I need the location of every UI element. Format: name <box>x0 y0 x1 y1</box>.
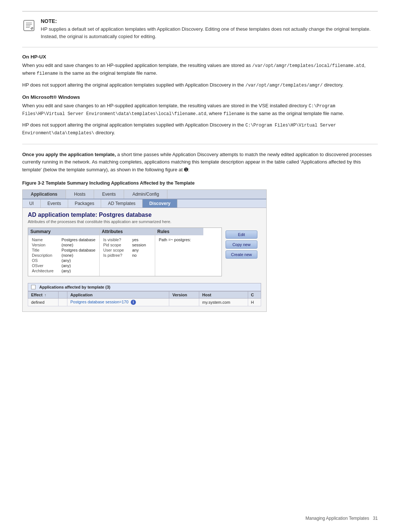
summary-attributes-rules: Summary Name Postgres database Version (… <box>28 228 222 276</box>
summary-label-osver: OSver <box>32 263 61 268</box>
summary-value-version: (none) <box>61 243 73 247</box>
affected-header: Applications affected by template (3) <box>28 283 261 291</box>
hpux-path2: /var/opt/amgr/templates/amgr/ <box>245 83 323 88</box>
windows-path1: C:\Program Files\HP\Virtual Server Envir… <box>22 104 335 117</box>
note-content: NOTE: HP supplies a default set of appli… <box>41 18 378 40</box>
col-host: Host <box>199 291 248 298</box>
attr-label-visible: Is visible? <box>103 238 132 242</box>
summary-label-description: Description <box>32 253 61 257</box>
windows-heading: On Microsoft® Windows <box>22 94 378 100</box>
tab-admin-config[interactable]: Admin/Config <box>124 190 167 199</box>
summary-row-name: Name Postgres database <box>32 238 96 242</box>
tab-ui[interactable]: UI <box>23 199 41 208</box>
attributes-header: Attributes <box>100 228 155 235</box>
affected-table-header-row: Effect ↑ Application Version Host C <box>28 291 261 298</box>
attr-row-visible: Is visible? yes <box>103 238 151 242</box>
summary-row-version: Version (none) <box>32 243 96 247</box>
summary-value-name: Postgres database <box>61 238 96 242</box>
main-panel: Summary Name Postgres database Version (… <box>28 228 261 280</box>
note-box: NOTE: HP supplies a default set of appli… <box>22 18 378 40</box>
attr-row-pidtree: Is pidtree? no <box>103 253 151 257</box>
summary-label-version: Version <box>32 243 61 247</box>
summary-row-os: OS (any) <box>32 258 96 263</box>
hpux-para2: HP does not support altering the origina… <box>22 81 378 89</box>
attr-label-pid-scope: Pid scope <box>103 243 132 247</box>
attr-label-user-scope: User scope <box>103 248 132 252</box>
figure-caption: Figure 3-2 Template Summary Including Ap… <box>22 181 378 186</box>
rules-header: Rules <box>155 228 203 235</box>
footer-page: 31 <box>373 516 378 521</box>
summary-row-title: Title Postgres database <box>32 248 96 252</box>
tab-hosts[interactable]: Hosts <box>66 190 94 199</box>
affected-section: Applications affected by template (3) Ef… <box>28 283 261 306</box>
summary-label-title: Title <box>32 248 61 252</box>
summary-value-architecture: (any) <box>61 269 71 273</box>
rules-section: Rules Path =~ postgres: <box>155 228 203 276</box>
note-title: NOTE: <box>41 18 378 24</box>
tab-discovery[interactable]: Discovery <box>143 199 177 208</box>
windows-filename1: filename <box>223 111 245 117</box>
summary-value-description: (none) <box>61 253 73 257</box>
summary-label-os: OS <box>32 258 61 263</box>
cell-application: Postgres database session=170 i <box>67 298 169 306</box>
attr-label-pidtree: Is pidtree? <box>103 253 132 257</box>
ui-subtitle: Attributes of the processes that constit… <box>28 219 261 224</box>
attr-row-pid-scope: Pid scope session <box>103 243 151 247</box>
summary-label-architecture: Architecture <box>32 269 61 273</box>
summary-section: Summary Name Postgres database Version (… <box>28 228 100 276</box>
copy-new-button[interactable]: Copy new <box>226 240 257 249</box>
tab-applications[interactable]: Applications <box>23 190 66 199</box>
summary-value-osver: (any) <box>61 263 71 268</box>
cell-effect: defined <box>28 298 59 306</box>
affected-header-text: Applications affected by template (3) <box>39 285 110 289</box>
footer-text: Managing Application Templates <box>306 516 369 521</box>
summary-row-architecture: Architecture (any) <box>32 269 96 273</box>
note-text: HP supplies a default set of application… <box>41 26 378 40</box>
attr-row-user-scope: User scope any <box>103 248 151 252</box>
info-icon[interactable]: i <box>131 300 136 305</box>
edit-button[interactable]: Edit <box>226 230 257 239</box>
summary-row-description: Description (none) <box>32 253 96 257</box>
note-icon <box>22 19 36 32</box>
sort-arrow-effect: ↑ <box>44 293 46 297</box>
rules-value: Path =~ postgres: <box>159 238 200 242</box>
outer-tab-bar: Applications Hosts Events Admin/Config <box>23 190 266 199</box>
ui-title: AD application template: Postgres databa… <box>28 212 261 218</box>
tab-events[interactable]: Events <box>94 190 124 199</box>
affected-table: Effect ↑ Application Version Host C defi… <box>28 291 261 306</box>
ui-content: AD application template: Postgres databa… <box>23 208 266 312</box>
hpux-para1: When you edit and save changes to an HP-… <box>22 62 378 77</box>
create-new-button[interactable]: Create new <box>226 250 257 259</box>
tab-packages[interactable]: Packages <box>68 199 101 208</box>
table-row: defined Postgres database session=170 i … <box>28 298 261 306</box>
summary-value-os: (any) <box>61 258 71 263</box>
col-empty <box>58 291 67 298</box>
attr-value-visible: yes <box>132 238 139 242</box>
hpux-filename1: filename <box>37 71 58 76</box>
summary-row-osver: OSver (any) <box>32 263 96 268</box>
application-link[interactable]: Postgres database session=170 <box>70 300 129 304</box>
cell-host: my.system.com <box>199 298 248 306</box>
windows-path2: C:\Program Files\HP\Virtual ServerEnviro… <box>22 123 336 136</box>
attr-value-pid-scope: session <box>132 243 146 247</box>
page-footer: Managing Application Templates 31 <box>306 516 378 521</box>
cell-version <box>169 298 199 306</box>
hpux-path1: /var/opt/amgr/templates/local/filename.a… <box>252 63 364 68</box>
cell-c: H <box>248 298 261 306</box>
attr-value-user-scope: any <box>132 248 139 252</box>
summary-header: Summary <box>28 228 99 235</box>
attributes-section: Attributes Is visible? yes Pid scope ses… <box>100 228 155 276</box>
action-buttons: Edit Copy new Create new <box>222 228 261 280</box>
inner-tab-bar: UI Events Packages AD Templates Discover… <box>23 199 266 208</box>
body-after-text: Once you apply the application template,… <box>22 151 378 174</box>
body-after-bold: Once you apply the application template, <box>22 152 116 157</box>
tab-events-inner[interactable]: Events <box>41 199 68 208</box>
collapse-checkbox[interactable] <box>31 285 36 289</box>
summary-value-title: Postgres database <box>61 248 96 252</box>
windows-para1: When you edit and save changes to an HP-… <box>22 102 378 118</box>
windows-para2: HP does not support altering the origina… <box>22 121 378 137</box>
col-application: Application <box>67 291 169 298</box>
col-version: Version <box>169 291 199 298</box>
ui-screenshot: Applications Hosts Events Admin/Config U… <box>22 189 267 312</box>
tab-ad-templates[interactable]: AD Templates <box>101 199 142 208</box>
